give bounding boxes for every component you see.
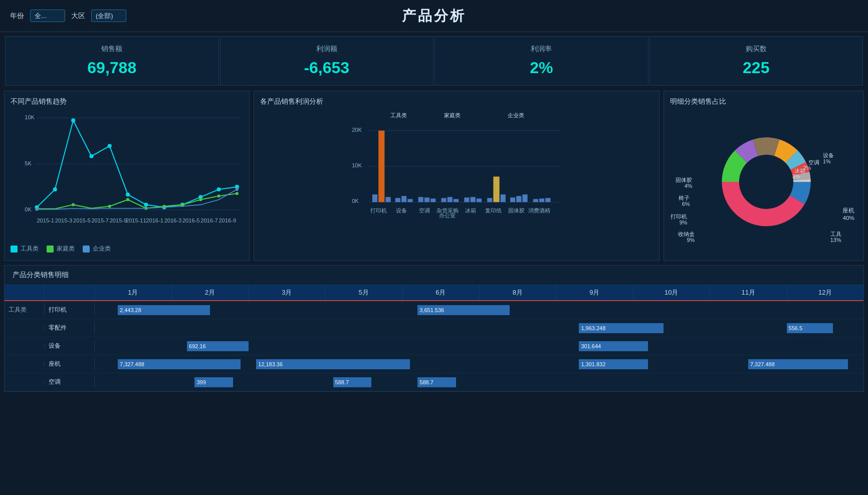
legend-tool-label: 工具类 [21,244,39,253]
home-line [37,193,237,209]
kpi-orders-label: 购买数 [660,45,853,54]
bar-glue-3 [522,194,527,202]
header-m3: 3月 [249,285,326,300]
bars-equip: 692.16 301.644 [95,337,863,355]
region-select[interactable]: (全部) [91,10,126,22]
row-seat: 座机 7,327.488 12,183.36 1,301.832 7,327.4… [5,355,863,373]
header-m11: 11月 [710,285,787,300]
bar-printer-6m: 3,651.536 [417,305,510,315]
kpi-margin: 利润率 2% [435,36,648,86]
label-printer-pct: 9% [680,219,688,225]
kpi-margin-label: 利润率 [445,45,638,54]
sub-printer: 打印机 [45,304,95,316]
bar-ac-6m: 588.7 [417,377,456,387]
bar-printer-3 [385,197,390,202]
row-equip: 设备 692.16 301.644 [5,337,863,355]
svg-point-13 [35,208,38,211]
label-storage: 收纳盒 [678,231,695,237]
bars-printer: 2,443.28 3,651.536 [95,301,863,319]
bar-ac-3 [430,198,436,202]
svg-point-6 [126,198,129,201]
header-m10: 10月 [633,285,711,300]
label-equip: 设备 [823,152,834,158]
line-chart-legend: 工具类 家庭类 企业类 [11,244,243,253]
label-chair: 椅子 [679,195,690,201]
donut-chart-panel: 明细分类销售占比 [664,91,864,261]
legend-enterprise: 企业类 [83,244,111,253]
tool-dot-11 [217,187,221,191]
header-months: 1月 2月 3月 5月 6月 8月 9月 10月 11月 12月 [95,285,863,300]
header-m5: 5月 [326,285,403,300]
label-chair-pct: 6% [682,201,690,207]
bar-ac-5m: 588.7 [333,377,372,387]
cat-empty-2 [5,344,45,348]
sub-parts: 零配件 [45,322,95,334]
kpi-sales: 销售额 69,788 [5,36,219,86]
x-2016-9: 2016-9 [219,217,237,223]
x-2015-11: 2015-11 [126,217,146,223]
legend-tool: 工具类 [11,244,39,253]
bar-y-0k: 0K [352,198,359,204]
filter-group: 年份 全... 大区 (全部) [10,10,126,22]
header: 年份 全... 大区 (全部) 产品分析 [0,0,868,32]
bar-alc-3 [545,198,550,202]
x-2016-5: 2016-5 [182,217,200,223]
x-paper: 复印纸 [485,207,502,213]
bars-parts: 1,963.248 556.5 [95,319,863,337]
bar-equip-2 [401,196,406,202]
svg-point-14 [236,188,239,191]
bar-misc-1 [441,198,446,202]
bar-y-10k: 10K [352,162,362,168]
header-cat [5,285,45,300]
bar-fridge-2 [471,197,476,202]
bar-misc-3 [454,199,459,202]
x-fridge: 冰箱 [465,207,476,213]
bar-y-20k: 20K [352,127,362,133]
bar-seat-12m: 7,327.488 [748,359,848,369]
donut-hole [739,155,793,209]
kpi-orders-value: 225 [660,59,853,77]
bar-ac-2 [424,197,429,202]
bar-chart: 工具类 家庭类 企业类 20K 10K 0K [260,110,653,245]
bar-seat-3m: 12,183.36 [256,359,410,369]
line-chart-title: 不同产品销售趋势 [11,97,243,106]
tool-dot-5 [108,144,112,148]
label-fridge-pct: 3% [792,173,800,179]
label-tool-pct: 13% [830,237,841,243]
legend-enterprise-label: 企业类 [93,244,111,253]
bars-ac: 399 588.7 588.7 [95,373,863,391]
y-label-10k: 10K [25,114,35,120]
bar-equip-9m: 301.644 [579,341,648,351]
label-glue-pct: 4% [685,183,693,189]
cat-empty-3 [5,362,45,366]
svg-point-12 [236,192,239,195]
y-label-0k: 0K [25,206,32,212]
donut-chart: 设备 1% 空调 2% 冰箱 3% 固体胶 4% 椅子 6% 打印机 9% 收纳… [670,110,857,251]
svg-point-5 [108,205,111,208]
region-label: 大区 [71,12,85,21]
bar-parts-9m: 1,963.248 [579,323,664,333]
tool-dot-7 [144,203,148,207]
group-enterprise: 企业类 [508,112,524,118]
label-glue: 固体胶 [676,177,692,183]
svg-point-4 [72,203,75,206]
bar-equip-2m: 692.16 [187,341,249,351]
x-printer: 打印机 [370,207,387,213]
bar-printer-1 [372,194,377,202]
x-ac: 空调 [419,207,430,213]
cat-empty-1 [5,326,45,330]
bar-chart-title: 各产品销售利润分析 [260,97,653,106]
donut-chart-title: 明细分类销售占比 [670,97,857,106]
header-m1: 1月 [95,285,172,300]
label-storage-pct: 9% [687,237,695,243]
table-title: 产品分类销售明细 [5,266,863,285]
header-m8: 8月 [480,285,557,300]
x-misc2: 办公室 [439,212,456,218]
cat-empty-4 [5,380,45,384]
bar-equip-3 [407,199,412,202]
row-printer: 工具类 打印机 2,443.28 3,651.536 [5,301,863,319]
y-label-5k: 5K [25,160,32,166]
kpi-profit-value: -6,653 [231,59,423,77]
bar-alc-1 [533,199,538,202]
year-select[interactable]: 全... [30,10,65,22]
